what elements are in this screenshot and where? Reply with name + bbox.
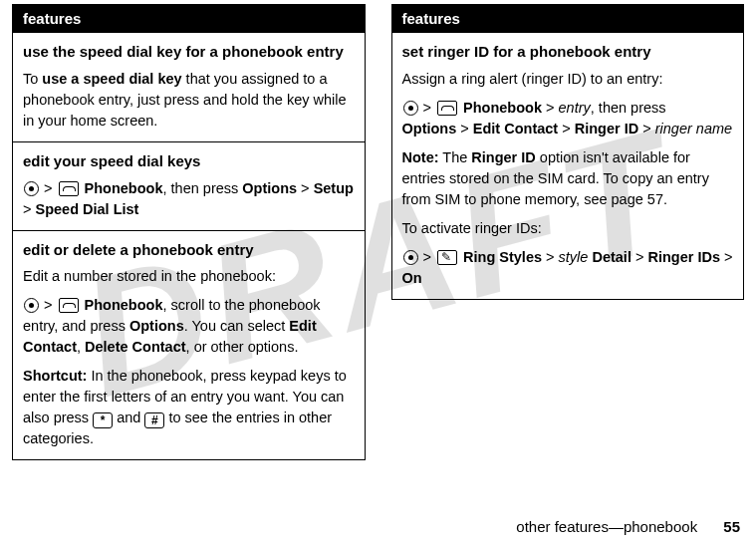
bold-text: use a speed dial key [42, 71, 181, 87]
menu-detail: Detail [588, 249, 631, 265]
text: The [439, 149, 472, 165]
right-header: features [391, 5, 744, 33]
menu-ringer-id: Ringer ID [575, 121, 638, 136]
text: , then press [163, 180, 243, 196]
menu-phonebook: Phonebook [459, 100, 542, 116]
gt: > [558, 121, 575, 136]
menu-options: Options [402, 121, 457, 136]
menu-edit-contact: Edit Contact [473, 121, 558, 136]
center-key-icon [24, 298, 39, 313]
gt: > [720, 249, 733, 265]
menu-ringer-ids: Ringer IDs [647, 249, 720, 265]
center-key-icon [403, 250, 418, 265]
row-title: edit your speed dial keys [23, 150, 355, 172]
text: Edit a number stored in the phonebook: [23, 266, 355, 287]
menu-ringer-id: Ringer ID [471, 149, 535, 165]
menu-delete-contact: Delete Contact [85, 339, 186, 355]
left-row-edit-delete-entry: edit or delete a phonebook entry Edit a … [13, 230, 366, 460]
right-table: features set ringer ID for a phonebook e… [391, 4, 745, 300]
gt: > [23, 201, 36, 217]
menu-phonebook: Phonebook [81, 180, 163, 196]
left-row-speed-dial-key: use the speed dial key for a phonebook e… [13, 33, 366, 142]
gt: > [638, 121, 655, 136]
left-table: features use the speed dial key for a ph… [12, 4, 366, 460]
text: . You can select [184, 318, 290, 334]
footer-text: other features—phonebook [516, 518, 697, 535]
gt: > [456, 121, 473, 136]
star-key-icon: * [93, 412, 113, 428]
row-title: use the speed dial key for a phonebook e… [23, 41, 355, 63]
menu-phonebook: Phonebook [81, 297, 163, 313]
ringer-name-placeholder: ringer name [655, 121, 732, 136]
center-key-icon [403, 101, 418, 116]
settings-icon [437, 250, 457, 265]
right-column: features set ringer ID for a phonebook e… [391, 4, 745, 460]
row-title: set ringer ID for a phonebook entry [402, 41, 734, 63]
left-row-edit-speed-dial: edit your speed dial keys > Phonebook, t… [13, 141, 366, 230]
text: Assign a ring alert (ringer ID) to an en… [402, 69, 734, 90]
menu-on: On [402, 270, 422, 286]
menu-setup: Setup [314, 180, 354, 196]
gt: > [631, 249, 648, 265]
gt: > [40, 180, 57, 196]
text: , then press [591, 100, 666, 116]
page-columns: features use the speed dial key for a ph… [0, 0, 756, 460]
row-title: edit or delete a phonebook entry [23, 239, 355, 261]
gt: > [40, 297, 57, 313]
gt: > [542, 100, 559, 116]
gt: > [419, 249, 436, 265]
center-key-icon [24, 181, 39, 196]
shortcut-label: Shortcut: [23, 368, 87, 384]
text: , [77, 339, 85, 355]
entry-placeholder: entry [559, 100, 591, 116]
gt: > [297, 180, 314, 196]
text: , or other options. [186, 339, 299, 355]
gt: > [542, 249, 559, 265]
text: To [23, 71, 42, 87]
gt: > [419, 100, 436, 116]
menu-options: Options [242, 180, 297, 196]
phonebook-icon [59, 181, 79, 196]
left-header: features [13, 5, 366, 33]
right-row-ringer-id: set ringer ID for a phonebook entry Assi… [391, 33, 744, 300]
page-footer: other features—phonebook 55 [516, 518, 740, 535]
note-label: Note: [402, 149, 439, 165]
menu-options: Options [129, 318, 184, 334]
page-number: 55 [723, 518, 740, 535]
left-column: features use the speed dial key for a ph… [12, 4, 366, 460]
style-placeholder: style [559, 249, 589, 265]
hash-key-icon: # [144, 412, 164, 428]
text: To activate ringer IDs: [402, 218, 734, 239]
phonebook-icon [59, 298, 79, 313]
phonebook-icon [437, 101, 457, 116]
menu-ring-styles: Ring Styles [459, 249, 542, 265]
menu-speed-dial-list: Speed Dial List [36, 201, 139, 217]
text: and [113, 409, 144, 425]
